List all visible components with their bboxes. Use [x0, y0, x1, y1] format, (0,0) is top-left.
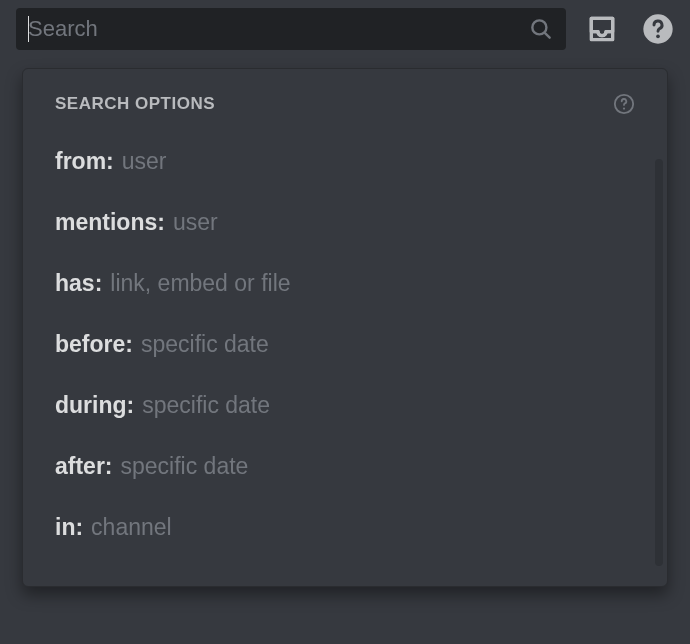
option-value: user [122, 148, 167, 175]
option-key: has: [55, 270, 102, 297]
search-icon [528, 16, 554, 42]
search-option-in[interactable]: in: channel [23, 497, 667, 558]
option-value: channel [91, 514, 172, 541]
search-option-before[interactable]: before: specific date [23, 314, 667, 375]
option-value: specific date [121, 453, 249, 480]
option-value: user [173, 209, 218, 236]
search-option-after[interactable]: after: specific date [23, 436, 667, 497]
option-key: after: [55, 453, 113, 480]
header-bar [0, 0, 690, 58]
search-input[interactable] [28, 16, 528, 42]
search-help-icon[interactable] [613, 93, 635, 115]
text-cursor [28, 16, 29, 42]
option-key: mentions: [55, 209, 165, 236]
search-options-dropdown: SEARCH OPTIONS from: user mentions: user… [22, 68, 668, 587]
option-value: specific date [141, 331, 269, 358]
option-value: link, embed or file [110, 270, 290, 297]
search-options-list: from: user mentions: user has: link, emb… [23, 131, 667, 558]
svg-point-5 [623, 107, 625, 109]
search-option-during[interactable]: during: specific date [23, 375, 667, 436]
help-icon[interactable] [642, 13, 674, 45]
dropdown-header: SEARCH OPTIONS [23, 93, 667, 131]
svg-point-3 [656, 34, 660, 38]
option-value: specific date [142, 392, 270, 419]
option-key: before: [55, 331, 133, 358]
search-option-has[interactable]: has: link, embed or file [23, 253, 667, 314]
option-key: in: [55, 514, 83, 541]
search-container[interactable] [16, 8, 566, 50]
header-icons [586, 13, 674, 45]
svg-line-1 [545, 33, 550, 38]
search-option-from[interactable]: from: user [23, 131, 667, 192]
scrollbar[interactable] [655, 159, 663, 566]
option-key: from: [55, 148, 114, 175]
inbox-icon[interactable] [586, 13, 618, 45]
search-option-mentions[interactable]: mentions: user [23, 192, 667, 253]
dropdown-title: SEARCH OPTIONS [55, 94, 215, 114]
option-key: during: [55, 392, 134, 419]
